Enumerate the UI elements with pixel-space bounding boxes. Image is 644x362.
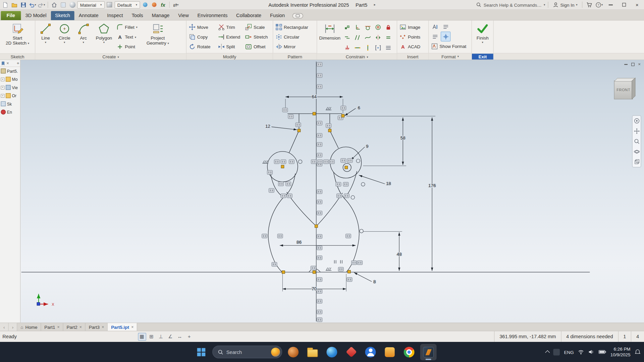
constraint-glyph[interactable] <box>357 261 363 265</box>
constraint-symmetric-button[interactable] <box>373 33 383 42</box>
constraint-glyph[interactable] <box>289 160 294 164</box>
ribbon-tab-file[interactable]: File <box>1 11 21 20</box>
volume-icon[interactable] <box>588 349 594 355</box>
constraint-equal-button[interactable] <box>383 33 393 42</box>
tray-hidden-icon[interactable] <box>553 349 560 355</box>
appearance-ball-button[interactable] <box>68 1 76 9</box>
point-button[interactable]: Point <box>115 42 144 52</box>
help-search-box[interactable]: Search Help & Commands… ▾ <box>476 2 545 7</box>
taskbar-search[interactable]: Search <box>212 346 282 358</box>
centerpoint-toggle-button[interactable] <box>441 32 450 41</box>
amber-tool-app-icon[interactable] <box>382 344 398 360</box>
constraint-glyph[interactable] <box>344 194 350 198</box>
sketch-line[interactable] <box>289 130 299 153</box>
switch-window-button[interactable]: ⇄▾ <box>172 1 180 9</box>
angle-snap-toggle[interactable]: ∠ <box>166 333 174 340</box>
tab-scroll-right[interactable]: › <box>9 323 17 331</box>
inventor-app-icon[interactable] <box>420 344 437 360</box>
sketch-svg[interactable]: 64612589181768648870 X <box>20 60 644 323</box>
show-format-button[interactable]: Show Format <box>430 42 468 51</box>
panel-label-constrain[interactable]: Constrain▾ <box>317 53 397 59</box>
rotate-button[interactable]: Rotate <box>188 42 216 52</box>
open-button[interactable] <box>10 1 18 9</box>
constraint-glyph[interactable] <box>317 133 322 137</box>
mirror-button[interactable]: Mirror <box>274 42 309 52</box>
sketch-line[interactable] <box>330 130 338 148</box>
format-lines-button[interactable] <box>441 22 450 32</box>
constraint-glyph[interactable] <box>286 182 291 186</box>
sketch-dimension-value[interactable]: 64 <box>312 94 317 99</box>
constraint-glyph[interactable] <box>360 229 363 233</box>
browser-item-or[interactable]: +Or <box>0 92 20 100</box>
constraint-glyph[interactable] <box>336 182 341 186</box>
close-icon[interactable]: × <box>57 325 60 329</box>
dynamic-input-toggle[interactable]: ↔ <box>176 333 184 340</box>
constraint-glyph[interactable] <box>267 170 273 174</box>
constraint-glyph[interactable] <box>317 318 322 322</box>
sketch-dimension-value[interactable]: 18 <box>386 181 391 186</box>
dimension-button[interactable]: Dimension <box>318 21 341 53</box>
scale-button[interactable]: Scale <box>244 22 272 32</box>
new-file-button[interactable] <box>1 1 9 9</box>
constraint-collinear-button[interactable] <box>342 33 352 42</box>
document-tab-part1[interactable]: Part1× <box>41 323 63 331</box>
color-override-2-button[interactable] <box>150 1 158 9</box>
extend-button[interactable]: Extend <box>217 32 243 42</box>
wifi-icon[interactable] <box>578 349 584 355</box>
constraint-glyph[interactable] <box>317 200 322 204</box>
document-tab-part5ipt[interactable]: Part5.ipt× <box>108 323 137 331</box>
constraint-glyph[interactable] <box>328 129 331 132</box>
ribbon-tab-tools[interactable]: Tools <box>127 11 147 20</box>
constraint-settings-button[interactable] <box>383 43 393 52</box>
constraint-glyph[interactable] <box>352 261 357 265</box>
constraint-glyph[interactable] <box>281 165 284 168</box>
doc-restore-icon[interactable] <box>631 63 635 66</box>
points-button[interactable]: Points <box>398 32 422 42</box>
undo-button[interactable]: ▾ <box>28 1 36 9</box>
constraint-glyph[interactable] <box>326 107 331 110</box>
blue-globe-app-icon[interactable] <box>324 344 340 360</box>
tab-scroll-left[interactable]: ‹ <box>0 323 9 331</box>
constraint-glyph[interactable] <box>317 153 322 157</box>
add-browser-icon[interactable]: + <box>17 61 19 66</box>
browser-item-en[interactable]: En <box>0 108 20 116</box>
expand-icon[interactable]: + <box>1 94 4 98</box>
panel-label-sketch[interactable]: Sketch <box>0 53 35 59</box>
panel-label-pattern[interactable]: Pattern <box>273 53 317 59</box>
ribbon-tab-3d-model[interactable]: 3D Model <box>21 11 50 20</box>
circle-button[interactable]: Circle▾ <box>55 21 73 53</box>
orbit-icon[interactable] <box>634 148 640 155</box>
text-button[interactable]: AText▾ <box>115 32 144 42</box>
constraint-glyph[interactable] <box>317 73 322 77</box>
copy-button[interactable]: Copy <box>188 32 216 42</box>
constraint-glyph[interactable] <box>281 160 286 164</box>
zoom-icon[interactable] <box>634 138 640 144</box>
ribbon-tab-manage[interactable]: Manage <box>148 11 174 20</box>
appearance-dropdown[interactable]: Default▾ <box>114 1 140 8</box>
home-view-button[interactable] <box>50 1 58 9</box>
constraint-tangent-button[interactable] <box>363 22 372 32</box>
constraint-glyph[interactable] <box>317 160 323 164</box>
sketch-dimension-value[interactable]: 48 <box>397 252 402 257</box>
constraint-glyph[interactable] <box>338 267 343 271</box>
constraint-glyph[interactable] <box>361 182 365 186</box>
store-button[interactable] <box>585 1 593 9</box>
offset-button[interactable]: Offset <box>244 42 272 52</box>
sketch-dimension-value[interactable]: 8 <box>373 279 376 284</box>
document-tab-part2[interactable]: Part2× <box>63 323 86 331</box>
move-button[interactable]: Move <box>188 22 216 32</box>
ribbon-tab-environments[interactable]: Environments <box>193 11 231 20</box>
constraint-glyph[interactable] <box>341 159 346 163</box>
precise-input-toggle[interactable]: + <box>185 333 193 340</box>
ribbon-display-toggle[interactable] <box>292 13 303 18</box>
chrome-app-icon[interactable] <box>401 344 417 360</box>
constraint-glyph[interactable] <box>311 160 317 164</box>
sketch-dimension-value[interactable]: 9 <box>366 144 368 149</box>
panel-label-exit[interactable]: Exit <box>472 53 493 59</box>
constraint-glyph[interactable] <box>262 234 267 238</box>
grid-display-toggle[interactable]: ▦ <box>138 333 146 340</box>
constraint-parallel-button[interactable] <box>353 33 362 42</box>
constraint-glyph[interactable] <box>272 262 277 266</box>
constraint-glyph[interactable] <box>298 129 301 132</box>
finish-sketch-button[interactable]: Finish ▾ <box>473 21 492 53</box>
